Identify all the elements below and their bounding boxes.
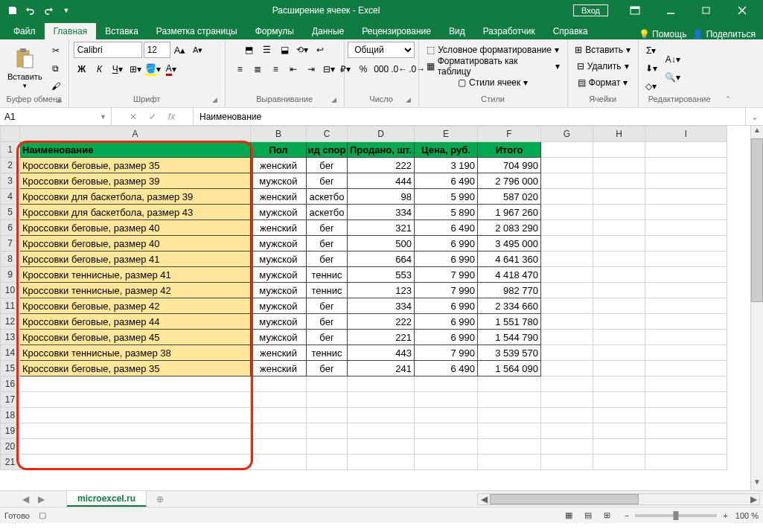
font-size-input[interactable] <box>144 42 170 58</box>
sheet-nav-next-icon[interactable]: ▶ <box>38 494 45 504</box>
sheet-nav-prev-icon[interactable]: ◀ <box>22 494 29 504</box>
cell[interactable] <box>593 298 645 314</box>
comma-icon[interactable]: 000 <box>373 61 389 77</box>
cell[interactable] <box>541 423 593 439</box>
tab-formulas[interactable]: Формулы <box>246 23 303 39</box>
autosum-icon[interactable]: Σ▾ <box>643 42 660 59</box>
row-header[interactable]: 5 <box>1 205 20 220</box>
page-break-view-icon[interactable]: ⊞ <box>598 509 617 522</box>
cell[interactable]: 3 190 <box>415 158 478 173</box>
cell[interactable] <box>20 455 251 470</box>
cell[interactable] <box>251 408 307 423</box>
currency-icon[interactable]: ₽▾ <box>337 61 354 77</box>
format-cells-button[interactable]: ▤ Формат ▾ <box>575 74 631 91</box>
cell[interactable] <box>541 173 593 189</box>
row-header[interactable]: 9 <box>1 267 20 283</box>
cell[interactable] <box>593 142 645 158</box>
cell[interactable] <box>593 361 645 376</box>
cell[interactable] <box>593 314 645 330</box>
cell[interactable]: 982 770 <box>478 283 541 298</box>
cell[interactable] <box>645 158 727 173</box>
normal-view-icon[interactable]: ▦ <box>559 509 578 522</box>
new-sheet-icon[interactable]: ⊕ <box>147 491 173 507</box>
cell[interactable] <box>541 205 593 220</box>
cell[interactable] <box>541 455 593 470</box>
cell[interactable] <box>478 376 541 392</box>
col-header[interactable]: G <box>541 126 593 142</box>
cell[interactable]: 3 539 570 <box>478 345 541 361</box>
cell[interactable]: Кроссовки беговые, размер 45 <box>20 330 251 345</box>
cell[interactable]: Продано, шт. <box>348 142 415 158</box>
cell[interactable]: аскетбо <box>307 189 348 205</box>
tab-developer[interactable]: Разработчик <box>474 23 544 39</box>
cell[interactable]: 3 495 000 <box>478 236 541 251</box>
cell[interactable] <box>541 361 593 376</box>
cell[interactable]: Кроссовки беговые, размер 44 <box>20 314 251 330</box>
cell[interactable]: 123 <box>348 283 415 298</box>
cell[interactable]: 222 <box>348 158 415 173</box>
cell[interactable]: Кроссовки для баскетбола, размер 43 <box>20 205 251 220</box>
row-header[interactable]: 10 <box>1 283 20 298</box>
cell[interactable] <box>593 205 645 220</box>
cell[interactable]: мужской <box>251 314 307 330</box>
cell[interactable] <box>20 376 251 392</box>
align-bottom-icon[interactable]: ⬓ <box>276 42 293 58</box>
indent-decrease-icon[interactable]: ⇤ <box>285 61 301 77</box>
cell[interactable] <box>593 173 645 189</box>
cell[interactable] <box>348 376 415 392</box>
cell[interactable]: мужской <box>251 251 307 267</box>
cell[interactable] <box>348 392 415 408</box>
cell[interactable] <box>20 439 251 455</box>
row-header[interactable]: 14 <box>1 345 20 361</box>
cell[interactable] <box>307 423 348 439</box>
cell[interactable]: 7 990 <box>415 283 478 298</box>
cell[interactable]: теннис <box>307 267 348 283</box>
cell[interactable] <box>541 283 593 298</box>
increase-font-icon[interactable]: A▴ <box>172 42 188 58</box>
font-launcher-icon[interactable]: ◢ <box>210 96 220 106</box>
select-all-button[interactable] <box>1 126 20 142</box>
cell[interactable] <box>645 220 727 236</box>
copy-icon[interactable]: ⧉ <box>48 60 64 77</box>
tab-pagelayout[interactable]: Разметка страницы <box>147 23 246 39</box>
tab-review[interactable]: Рецензирование <box>353 23 440 39</box>
cell[interactable] <box>645 455 727 470</box>
cell[interactable] <box>478 408 541 423</box>
align-center-icon[interactable]: ≣ <box>249 61 266 77</box>
cell[interactable] <box>251 376 307 392</box>
cell[interactable] <box>541 220 593 236</box>
cell[interactable]: Кроссовки беговые, размер 41 <box>20 251 251 267</box>
cell[interactable] <box>541 189 593 205</box>
cell[interactable]: 5 890 <box>415 205 478 220</box>
cell[interactable] <box>20 408 251 423</box>
cell[interactable] <box>415 455 478 470</box>
cell[interactable] <box>251 439 307 455</box>
macro-record-icon[interactable]: ▢ <box>39 510 46 520</box>
page-layout-view-icon[interactable]: ▤ <box>578 509 598 522</box>
merge-icon[interactable]: ⊟▾ <box>321 61 337 77</box>
alignment-launcher-icon[interactable]: ◢ <box>329 96 339 106</box>
zoom-out-icon[interactable]: − <box>625 511 629 520</box>
cell[interactable]: 2 796 000 <box>478 173 541 189</box>
align-top-icon[interactable]: ⬒ <box>240 42 257 58</box>
cut-icon[interactable]: ✂ <box>48 42 64 59</box>
cell[interactable] <box>541 236 593 251</box>
cell[interactable]: Кроссовки беговые, размер 42 <box>20 298 251 314</box>
cell[interactable]: Кроссовки беговые, размер 40 <box>20 236 251 251</box>
cell[interactable] <box>251 392 307 408</box>
cell[interactable]: бег <box>307 314 348 330</box>
cell[interactable]: Кроссовки беговые, размер 39 <box>20 173 251 189</box>
row-header[interactable]: 1 <box>1 142 20 158</box>
fx-icon[interactable]: fx <box>168 112 175 122</box>
row-header[interactable]: 15 <box>1 361 20 376</box>
cell[interactable]: теннис <box>307 345 348 361</box>
cell[interactable]: 321 <box>348 220 415 236</box>
cell[interactable] <box>541 345 593 361</box>
cell[interactable]: 7 990 <box>415 345 478 361</box>
cell[interactable]: аскетбо <box>307 205 348 220</box>
cell[interactable] <box>541 330 593 345</box>
cell[interactable] <box>541 267 593 283</box>
cell[interactable]: женский <box>251 220 307 236</box>
cell[interactable] <box>645 173 727 189</box>
cell[interactable]: 7 990 <box>415 267 478 283</box>
